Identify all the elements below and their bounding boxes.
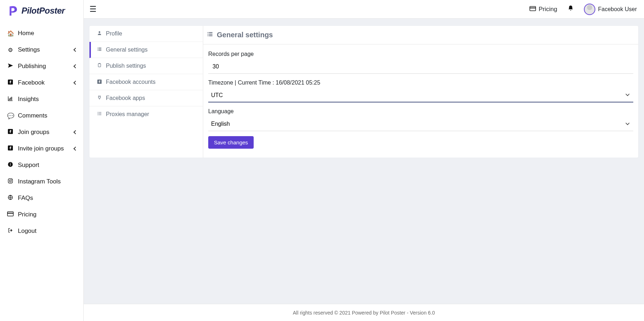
chevron-left-icon (73, 130, 77, 134)
svg-rect-37 (208, 35, 208, 36)
svg-rect-20 (98, 49, 98, 49)
sidebar-item-pricing[interactable]: Pricing (0, 206, 83, 223)
records-per-page-input[interactable] (208, 59, 633, 74)
facebook-icon (97, 79, 102, 85)
sidebar-item-logout[interactable]: Logout (0, 223, 83, 239)
footer: All rights reserved © 2021 Powered by Pi… (84, 304, 644, 321)
instagram-icon (7, 178, 14, 185)
subnav-profile[interactable]: Profile (89, 26, 203, 42)
sidebar-item-label: Facebook (18, 79, 45, 86)
subnav-proxies-manager[interactable]: Proxies manager (89, 106, 203, 122)
settings-panel: Profile General settings Publish setting… (89, 26, 638, 158)
form-title: General settings (203, 26, 638, 44)
notifications-icon[interactable] (567, 5, 574, 13)
sidebar-item-faqs[interactable]: FAQs (0, 190, 83, 206)
facebook-icon (7, 129, 14, 135)
brand-logo[interactable]: PilotPoster (0, 0, 83, 21)
sidebar-item-invite-join-groups[interactable]: Invite join groups (0, 140, 83, 157)
svg-rect-19 (99, 48, 102, 48)
topbar-right: Pricing Facebook User (530, 4, 637, 15)
sidebar-item-label: Pricing (18, 211, 36, 218)
sidebar-item-insights[interactable]: Insights (0, 91, 83, 107)
svg-rect-21 (99, 49, 102, 49)
menu-toggle-icon[interactable]: ☰ (89, 5, 97, 13)
sidebar-item-publishing[interactable]: Publishing (0, 58, 83, 75)
avatar (584, 4, 595, 15)
svg-point-8 (10, 163, 11, 164)
sidebar-item-settings[interactable]: ⚙Settings (0, 42, 83, 58)
chevron-left-icon (73, 48, 77, 52)
sidebar-nav: 🏠Home ⚙Settings Publishing Facebook Insi… (0, 21, 83, 239)
language-label: Language (208, 108, 633, 115)
svg-point-29 (98, 113, 98, 114)
svg-rect-2 (10, 97, 11, 100)
brand-name: PilotPoster (21, 6, 65, 16)
svg-point-27 (98, 112, 98, 112)
svg-rect-35 (208, 34, 208, 34)
sidebar-item-instagram-tools[interactable]: Instagram Tools (0, 173, 83, 190)
subnav-item-label: Facebook apps (106, 95, 145, 101)
user-menu[interactable]: Facebook User (584, 4, 637, 15)
topbar-pricing-label: Pricing (539, 6, 557, 13)
svg-rect-23 (99, 50, 102, 51)
subnav-facebook-accounts[interactable]: Facebook accounts (89, 74, 203, 90)
topbar: ☰ Pricing Facebook User (84, 0, 644, 19)
timezone-select[interactable]: UTC (208, 88, 633, 102)
facebook-icon (7, 145, 14, 152)
sidebar-item-join-groups[interactable]: Join groups (0, 124, 83, 140)
sidebar-item-label: Comments (18, 112, 47, 119)
sidebar-item-comments[interactable]: 💬Comments (0, 107, 83, 124)
chart-icon (7, 96, 14, 103)
sidebar-item-facebook[interactable]: Facebook (0, 75, 83, 91)
subnav-general-settings[interactable]: General settings (89, 42, 203, 58)
timezone-label: Timezone | Current Time : 16/08/2021 05:… (208, 80, 633, 86)
globe-icon (7, 195, 14, 202)
sidebar-item-support[interactable]: Support (0, 157, 83, 173)
svg-rect-22 (98, 50, 98, 51)
svg-rect-28 (99, 112, 101, 112)
sidebar-item-label: Instagram Tools (18, 178, 61, 185)
sidebar-item-label: Insights (18, 96, 39, 103)
sidebar-item-label: Support (18, 162, 39, 169)
topbar-pricing-link[interactable]: Pricing (530, 6, 557, 13)
save-changes-button[interactable]: Save changes (208, 136, 254, 149)
chevron-left-icon (73, 147, 77, 150)
svg-point-11 (11, 179, 12, 180)
user-name-label: Facebook User (598, 6, 637, 13)
sidebar-item-home[interactable]: 🏠Home (0, 25, 83, 42)
comment-icon: 💬 (7, 112, 14, 119)
facebook-icon (7, 80, 14, 86)
form-body: Records per page Timezone | Current Time… (203, 44, 638, 154)
form-pane: General settings Records per page Timezo… (203, 26, 638, 158)
subnav-item-label: General settings (106, 47, 148, 53)
user-icon (97, 30, 102, 37)
svg-rect-36 (209, 34, 213, 34)
sidebar-item-label: Home (18, 30, 34, 37)
subnav-item-label: Proxies manager (106, 111, 149, 118)
home-icon: 🏠 (7, 30, 14, 37)
form-title-text: General settings (217, 31, 273, 39)
info-icon (7, 162, 14, 169)
list-icon (97, 111, 102, 118)
svg-rect-7 (10, 164, 10, 166)
svg-rect-24 (98, 63, 101, 67)
subnav-publish-settings[interactable]: Publish settings (89, 58, 203, 74)
content-area: Profile General settings Publish setting… (84, 19, 644, 321)
subnav-facebook-apps[interactable]: Facebook apps (89, 90, 203, 106)
brand-mark-icon (7, 5, 19, 17)
chevron-left-icon (73, 81, 77, 85)
sidebar: PilotPoster 🏠Home ⚙Settings Publishing F… (0, 0, 84, 321)
svg-rect-32 (99, 115, 101, 115)
subnav-item-label: Profile (106, 30, 122, 37)
sidebar-item-label: FAQs (18, 195, 33, 202)
svg-rect-30 (99, 113, 101, 114)
svg-rect-16 (530, 8, 536, 8)
svg-rect-34 (209, 32, 213, 33)
svg-rect-25 (99, 63, 100, 64)
language-select[interactable]: English (208, 117, 633, 131)
svg-rect-3 (11, 97, 12, 100)
subnav-item-label: Facebook accounts (106, 79, 156, 85)
svg-rect-14 (8, 213, 14, 214)
subnav-item-label: Publish settings (106, 63, 146, 69)
list-icon (97, 47, 102, 53)
